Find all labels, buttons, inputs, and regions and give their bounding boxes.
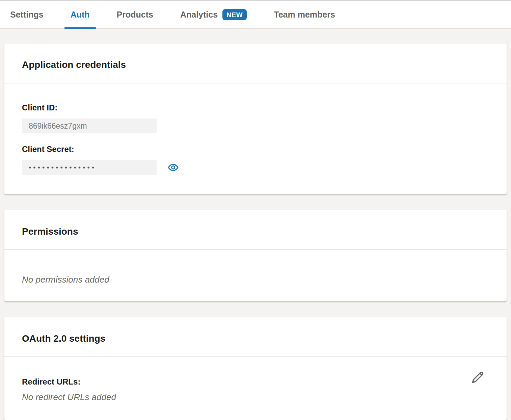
permissions-empty-text: No permissions added [22,274,489,285]
tab-products-label: Products [117,10,153,20]
application-credentials-header: Application credentials [4,44,507,83]
client-secret-label: Client Secret: [22,145,489,154]
client-secret-field[interactable] [22,160,157,175]
edit-redirect-urls-button[interactable] [470,369,486,385]
tab-analytics[interactable]: Analytics NEW [180,1,247,28]
application-credentials-card: Application credentials Client ID: Clien… [4,44,507,194]
tab-team-members-label: Team members [274,10,335,20]
client-id-label: Client ID: [22,103,489,112]
oauth-settings-body: Redirect URLs: No redirect URLs added [4,357,507,420]
oauth-settings-header: OAuth 2.0 settings [4,317,507,357]
oauth-settings-title: OAuth 2.0 settings [22,333,489,344]
pencil-icon [470,381,486,386]
permissions-card: Permissions No permissions added [4,210,507,301]
spacer [22,133,489,145]
active-tab-underline [64,27,96,29]
tab-settings-label: Settings [10,10,44,20]
tab-auth-label: Auth [71,10,90,20]
application-credentials-body: Client ID: Client Secret: [4,83,507,194]
main-content: Application credentials Client ID: Clien… [0,29,511,420]
permissions-body: No permissions added [4,250,507,301]
oauth-settings-card: OAuth 2.0 settings Redirect URLs: No red… [4,317,507,420]
client-id-field[interactable] [22,119,157,133]
tab-auth[interactable]: Auth [71,1,90,28]
client-secret-row [22,160,489,175]
redirect-urls-empty-text: No redirect URLs added [22,392,489,402]
application-credentials-title: Application credentials [22,59,489,71]
tab-settings[interactable]: Settings [10,1,44,28]
permissions-header: Permissions [4,210,507,250]
new-badge: NEW [222,9,247,20]
permissions-title: Permissions [22,226,489,237]
tab-analytics-label: Analytics [180,10,218,20]
reveal-secret-button[interactable] [167,162,179,173]
eye-icon [167,169,179,174]
tab-team-members[interactable]: Team members [274,1,335,28]
tab-bar: Settings Auth Products Analytics NEW Tea… [0,0,511,29]
redirect-urls-label: Redirect URLs: [22,377,489,387]
tab-products[interactable]: Products [117,1,153,28]
